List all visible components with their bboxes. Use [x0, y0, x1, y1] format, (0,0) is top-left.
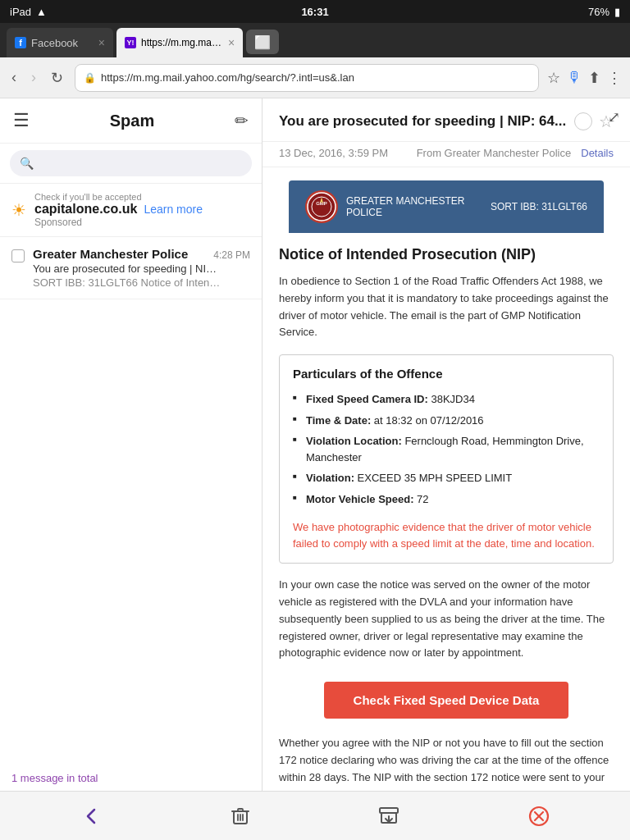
sidebar-menu-button[interactable]: ☰	[13, 110, 30, 131]
detail-meta: 13 Dec, 2016, 3:59 PM From Greater Manch…	[262, 142, 630, 167]
detail-header: You are prosecuted for speeding | NIP: 6…	[262, 98, 630, 142]
police-badge: GMP	[305, 190, 338, 223]
police-crest-icon: GMP	[307, 192, 336, 221]
detail-subject: You are prosecuted for speeding | NIP: 6…	[279, 113, 568, 130]
tab-facebook-label: Facebook	[31, 37, 78, 49]
tab-yahoo-close[interactable]: ×	[228, 36, 235, 49]
toolbar-archive-button[interactable]	[377, 805, 400, 828]
battery-percent: 76%	[588, 6, 609, 18]
sidebar: ☰ Spam ✏ 🔍 ☀ Check if you'll be accepted…	[0, 98, 262, 791]
back-button[interactable]: ‹	[8, 66, 20, 89]
status-time: 16:31	[301, 6, 328, 18]
police-name: GREATER MANCHESTER POLICE	[346, 195, 464, 219]
email-top: Greater Manchester Police 4:28 PM	[33, 247, 250, 261]
email-item[interactable]: Greater Manchester Police 4:28 PM You ar…	[0, 237, 262, 299]
ad-company: capitalone.co.uk	[34, 202, 137, 217]
ad-tagline: Check if you'll be accepted	[34, 192, 250, 202]
ad-learn-more[interactable]: Learn more	[144, 203, 203, 216]
detail-subject-row: You are prosecuted for speeding | NIP: 6…	[279, 112, 614, 131]
forward-button[interactable]: ›	[28, 66, 39, 89]
email-time: 4:28 PM	[213, 249, 250, 261]
yahoo-favicon: Y!	[125, 37, 136, 48]
expand-button[interactable]: ⤢	[608, 108, 620, 126]
status-bar: iPad ▲ 16:31 76% ▮	[0, 0, 630, 23]
notice-body-text: In your own case the notice was served o…	[276, 577, 617, 678]
email-body: Notice of Intended Prosecution (NIP) In …	[262, 233, 630, 791]
details-button[interactable]: Details	[581, 147, 614, 159]
unread-toggle[interactable]	[574, 112, 592, 130]
lock-icon: 🔒	[84, 72, 96, 84]
evidence-warning: We have photographic evidence that the d…	[293, 519, 600, 551]
particulars-title: Particulars of the Offence	[293, 367, 600, 381]
email-detail: You are prosecuted for speeding | NIP: 6…	[262, 98, 630, 791]
detail-from: From Greater Manchester Police	[417, 147, 572, 159]
detail-date: 13 Dec, 2016, 3:59 PM	[279, 147, 388, 159]
messages-count: 1 message in total	[0, 765, 262, 791]
notice-title: Notice of Intended Prosecution (NIP)	[276, 233, 617, 273]
device-label: iPad	[10, 6, 31, 18]
more-button[interactable]: ⋮	[607, 69, 622, 87]
tab-yahoo[interactable]: Y! https://m.mg.mail.yahoo.co ×	[116, 28, 243, 57]
facebook-favicon: f	[15, 37, 26, 48]
search-bar[interactable]: 🔍	[10, 150, 252, 176]
mic-button[interactable]: 🎙	[567, 69, 582, 86]
police-header-bar: GMP GREATER MANCHESTER POLICE SORT IBB: …	[289, 180, 604, 233]
cta-button-wrap: Check Fixed Speed Device Data	[279, 682, 614, 719]
tab-yahoo-label: https://m.mg.mail.yahoo.co	[141, 37, 223, 48]
bottom-toolbar	[0, 791, 630, 840]
email-checkbox[interactable]	[11, 249, 25, 262]
toolbar-delete-button[interactable]	[230, 806, 251, 827]
notice-intro: In obedience to Section 1 of the Road Tr…	[276, 273, 617, 354]
list-item: Motor Vehicle Speed: 72	[293, 489, 600, 510]
tab-bar: f Facebook × Y! https://m.mg.mail.yahoo.…	[0, 23, 630, 57]
list-item: Time & Date: at 18:32 on 07/12/2016	[293, 410, 600, 431]
list-item: Fixed Speed Camera ID: 38KJD34	[293, 389, 600, 410]
police-logo-area: GMP GREATER MANCHESTER POLICE	[305, 190, 464, 223]
list-item: Violation: EXCEED 35 MPH SPEED LIMIT	[293, 468, 600, 489]
ad-icon: ☀	[11, 200, 26, 220]
tab-facebook-close[interactable]: ×	[98, 36, 105, 49]
sidebar-search-area: 🔍	[0, 144, 262, 184]
ad-area: ☀ Check if you'll be accepted capitalone…	[0, 184, 262, 237]
tab-facebook[interactable]: f Facebook ×	[7, 28, 113, 57]
search-icon: 🔍	[20, 157, 34, 170]
ad-content: Check if you'll be accepted capitalone.c…	[34, 192, 250, 228]
ad-title-row: capitalone.co.uk Learn more	[34, 202, 250, 217]
main-layout: ☰ Spam ✏ 🔍 ☀ Check if you'll be accepted…	[0, 98, 630, 791]
notice-footer-text: Whether you agree with the NIP or not yo…	[276, 735, 617, 791]
sidebar-header: ☰ Spam ✏	[0, 98, 262, 144]
email-sender: Greater Manchester Police	[33, 247, 188, 261]
ad-sponsored: Sponsored	[34, 217, 250, 228]
toolbar-back-button[interactable]	[80, 805, 103, 828]
battery-icon: ▮	[614, 6, 620, 18]
email-list: Greater Manchester Police 4:28 PM You ar…	[0, 237, 262, 765]
police-header-wrap: GMP GREATER MANCHESTER POLICE SORT IBB: …	[262, 167, 630, 233]
wifi-icon: ▲	[36, 6, 47, 18]
email-snippet: SORT IBB: 31LGLT66 Notice of Intende...	[33, 276, 221, 289]
toolbar-flag-button[interactable]	[527, 805, 550, 828]
list-item: Violation Location: Fernclough Road, Hem…	[293, 431, 600, 468]
new-tab-button[interactable]: ⬜	[246, 30, 279, 54]
compose-button[interactable]: ✏	[235, 111, 249, 130]
particulars-box: Particulars of the Offence Fixed Speed C…	[279, 354, 614, 564]
address-bar: ‹ › ↻ 🔒 https://m.mg.mail.yahoo.com/hg/s…	[0, 57, 630, 98]
url-text: https://m.mg.mail.yahoo.com/hg/search/?.…	[101, 71, 530, 84]
url-bar[interactable]: 🔒 https://m.mg.mail.yahoo.com/hg/search/…	[75, 64, 539, 92]
sort-code: SORT IBB: 31LGLT66	[491, 201, 587, 212]
email-subject-preview: You are prosecuted for speeding | NIP: 6…	[33, 262, 221, 275]
bookmark-button[interactable]: ☆	[547, 69, 560, 87]
check-fixed-speed-button[interactable]: Check Fixed Speed Device Data	[324, 682, 569, 719]
email-content: Greater Manchester Police 4:28 PM You ar…	[33, 247, 250, 289]
reload-button[interactable]: ↻	[48, 66, 66, 90]
particulars-list: Fixed Speed Camera ID: 38KJD34 Time & Da…	[293, 389, 600, 509]
sidebar-title: Spam	[30, 112, 235, 130]
share-button[interactable]: ⬆	[588, 69, 600, 87]
